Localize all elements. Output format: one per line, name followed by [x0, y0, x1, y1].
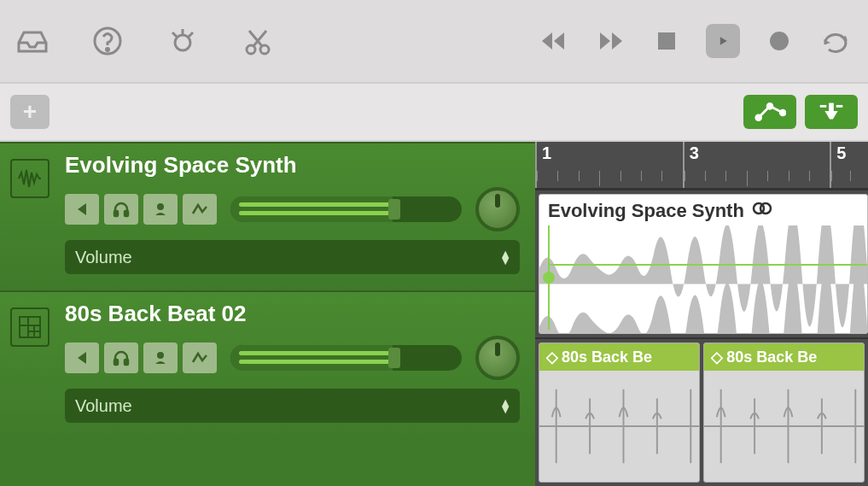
automation-toggle-button[interactable] — [743, 95, 796, 129]
volume-slider[interactable] — [230, 196, 462, 222]
svg-rect-17 — [829, 103, 834, 112]
track-title: 80s Back Beat 02 — [65, 301, 520, 327]
track-row[interactable]: Evolving Space Synth Volume ▲▼ — [0, 142, 535, 290]
workspace: Evolving Space Synth Volume ▲▼ — [0, 142, 868, 486]
automation-param-select[interactable]: Volume ▲▼ — [65, 389, 520, 423]
diamond-icon: ◇ — [711, 348, 723, 366]
clip-lane[interactable]: Evolving Space Synth — [535, 189, 868, 337]
pan-knob[interactable] — [475, 187, 520, 231]
expand-icon[interactable] — [65, 194, 99, 225]
record-icon[interactable] — [762, 24, 796, 58]
pan-knob[interactable] — [475, 336, 520, 380]
track-header-bar: + — [0, 82, 868, 142]
top-toolbar — [0, 0, 868, 82]
svg-rect-28 — [114, 360, 118, 365]
snap-button[interactable] — [805, 95, 858, 129]
ruler-label: 3 — [690, 143, 699, 163]
clip-title: 80s Back Be — [726, 348, 817, 366]
timeline-ruler[interactable]: 1 3 5 — [535, 142, 868, 189]
stop-icon[interactable] — [650, 24, 684, 58]
clip-title: 80s Back Be — [562, 348, 652, 366]
audio-clip[interactable]: Evolving Space Synth — [539, 194, 868, 334]
svg-line-5 — [189, 32, 193, 37]
add-track-button[interactable]: + — [10, 95, 50, 129]
svg-rect-20 — [114, 211, 118, 216]
inbox-icon[interactable] — [15, 24, 50, 58]
clip-title: Evolving Space Synth — [548, 200, 744, 222]
param-label: Volume — [75, 396, 132, 416]
dropdown-arrows-icon: ▲▼ — [499, 250, 510, 264]
svg-point-16 — [780, 110, 785, 115]
mute-icon[interactable] — [143, 194, 178, 225]
drummer-clip[interactable]: ◇80s Back Be — [703, 343, 865, 483]
tracks-panel: Evolving Space Synth Volume ▲▼ — [0, 142, 535, 486]
automation-param-select[interactable]: Volume ▲▼ — [65, 240, 520, 274]
svg-line-4 — [172, 32, 177, 37]
svg-rect-29 — [125, 360, 128, 365]
param-label: Volume — [75, 248, 132, 267]
track-row[interactable]: 80s Back Beat 02 Volume ▲▼ — [0, 290, 535, 439]
play-icon[interactable] — [706, 24, 740, 58]
svg-point-11 — [770, 32, 789, 50]
help-icon[interactable] — [90, 24, 125, 58]
cycle-icon[interactable] — [818, 24, 853, 58]
timeline-panel: 1 3 5 Evolving Space Synth — [535, 142, 868, 486]
headphones-icon[interactable] — [104, 194, 138, 225]
mute-icon[interactable] — [143, 343, 178, 373]
volume-slider[interactable] — [230, 345, 462, 371]
svg-point-32 — [760, 203, 771, 214]
dropdown-arrows-icon: ▲▼ — [499, 399, 510, 413]
expand-icon[interactable] — [65, 343, 99, 373]
svg-point-6 — [247, 45, 255, 54]
svg-rect-21 — [125, 211, 128, 216]
loop-icon — [751, 200, 773, 222]
scissors-icon[interactable] — [241, 24, 275, 58]
ruler-label: 5 — [836, 143, 846, 163]
playhead[interactable] — [548, 225, 550, 330]
forward-icon[interactable] — [593, 24, 627, 58]
svg-point-1 — [107, 49, 109, 51]
drummer-clip[interactable]: ◇80s Back Be — [539, 343, 700, 483]
svg-rect-10 — [658, 32, 675, 50]
rewind-icon[interactable] — [537, 24, 571, 58]
svg-point-7 — [260, 45, 269, 54]
ruler-label: 1 — [542, 143, 551, 163]
automation-icon[interactable] — [183, 194, 217, 225]
svg-rect-23 — [20, 317, 40, 337]
add-label: + — [23, 98, 37, 126]
track-type-drummer-icon — [0, 292, 60, 439]
automation-line — [548, 264, 867, 266]
track-title: Evolving Space Synth — [65, 152, 520, 179]
automation-icon[interactable] — [183, 343, 217, 373]
svg-point-30 — [157, 352, 164, 359]
svg-point-2 — [175, 35, 190, 50]
diamond-icon: ◇ — [546, 348, 558, 366]
track-type-audio-icon — [0, 143, 60, 290]
headphones-icon[interactable] — [104, 343, 138, 373]
clip-lane[interactable]: ◇80s Back Be ◇80s Back Be — [535, 337, 868, 486]
settings-icon[interactable] — [166, 24, 200, 58]
svg-point-22 — [157, 203, 164, 210]
